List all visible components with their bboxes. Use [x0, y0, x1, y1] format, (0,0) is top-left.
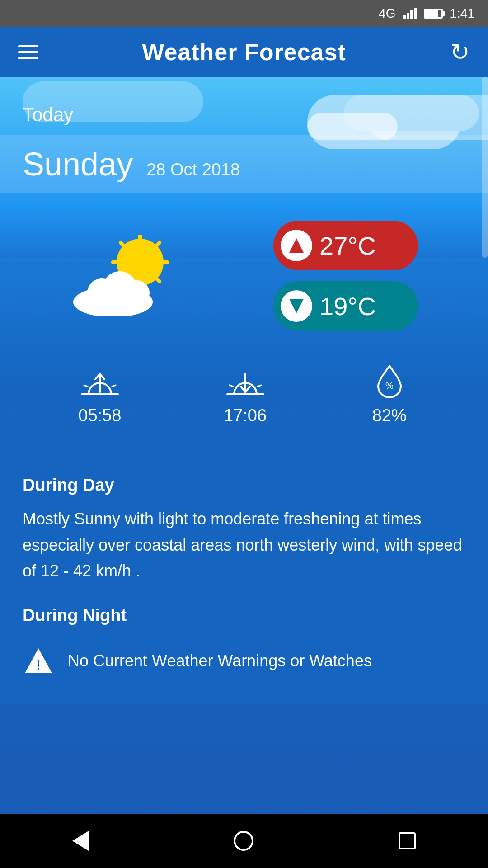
svg-line-7 — [155, 243, 160, 247]
during-day-text: Mostly Sunny with light to moderate fres… — [23, 506, 465, 584]
signal-icon — [403, 9, 417, 19]
sunset-time: 17:06 — [224, 406, 267, 425]
down-arrow-circle — [281, 290, 312, 322]
warning-text: No Current Weather Warnings or Watches — [68, 651, 372, 670]
sunset-stat: 17:06 — [224, 367, 267, 425]
status-bar: 4G 1:41 — [0, 0, 488, 27]
low-temp-badge: 19°C — [273, 281, 418, 331]
svg-line-5 — [121, 243, 125, 247]
sunrise-icon — [80, 367, 120, 399]
during-day-heading: During Day — [23, 476, 465, 495]
svg-text:!: ! — [36, 657, 41, 672]
app-header: Weather Forecast ↻ — [0, 27, 488, 77]
temperature-badges: 27°C 19°C — [273, 221, 418, 331]
android-nav-bar — [0, 814, 488, 868]
recents-button[interactable] — [399, 832, 416, 849]
day-name: Sunday — [23, 146, 133, 183]
today-section: Today — [0, 77, 488, 135]
back-button[interactable] — [72, 831, 89, 851]
humidity-stat: % 82% — [369, 367, 410, 425]
svg-line-17 — [84, 385, 88, 387]
refresh-button[interactable]: ↻ — [450, 38, 470, 66]
date-row: Sunday 28 Oct 2018 — [0, 135, 488, 193]
sunset-icon — [225, 367, 266, 399]
humidity-icon: % — [369, 367, 410, 399]
warning-icon: ! — [23, 645, 54, 677]
svg-line-6 — [155, 277, 160, 282]
svg-line-18 — [112, 385, 116, 387]
up-arrow-circle — [281, 230, 312, 261]
sunrise-time: 05:58 — [78, 406, 121, 425]
high-temp-value: 27°C — [319, 231, 376, 260]
date-text: 28 Oct 2018 — [146, 160, 240, 179]
partly-cloudy-icon — [70, 235, 169, 316]
signal-indicator: 4G — [379, 6, 395, 21]
svg-line-22 — [258, 385, 261, 387]
svg-line-21 — [230, 385, 233, 387]
weather-stats: 05:58 17:06 — [0, 349, 488, 453]
humidity-value: 82% — [372, 406, 407, 425]
svg-text:%: % — [385, 381, 394, 391]
high-temp-badge: 27°C — [273, 221, 418, 270]
today-label: Today — [23, 104, 73, 125]
weather-icon — [70, 235, 169, 316]
svg-marker-13 — [289, 238, 304, 253]
home-button[interactable] — [234, 831, 253, 851]
hamburger-menu-button[interactable] — [18, 45, 38, 59]
weather-display: 27°C 19°C — [0, 193, 488, 349]
clock: 1:41 — [450, 6, 475, 21]
description-section: During Day Mostly Sunny with light to mo… — [0, 453, 488, 704]
app-title: Weather Forecast — [142, 38, 346, 66]
battery-icon — [424, 9, 443, 19]
weather-main: Today Sunday 28 Oct 2018 — [0, 77, 488, 854]
svg-point-12 — [124, 280, 150, 306]
low-temp-value: 19°C — [319, 292, 376, 321]
svg-marker-14 — [289, 299, 304, 313]
during-night-heading: During Night — [23, 606, 465, 625]
sunrise-stat: 05:58 — [78, 367, 121, 425]
warning-row: ! No Current Weather Warnings or Watches — [23, 636, 465, 686]
